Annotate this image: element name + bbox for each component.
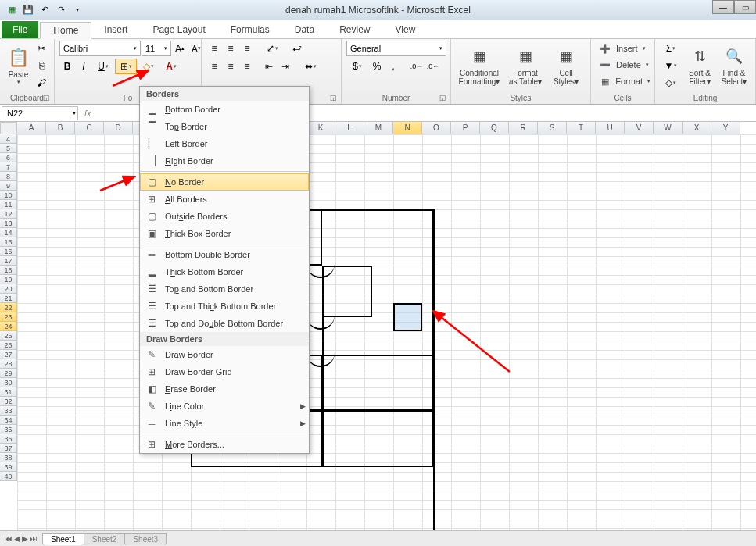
align-top-button[interactable]: ≡ (206, 41, 222, 56)
row-header-28[interactable]: 28 (0, 359, 17, 369)
tab-data[interactable]: Data (282, 21, 327, 38)
format-cells-button[interactable]: ▦Format▾ (596, 73, 654, 89)
row-header-15[interactable]: 15 (0, 237, 17, 247)
cut-button[interactable]: ✂ (34, 41, 49, 56)
row-header-19[interactable]: 19 (0, 275, 17, 284)
row-header-27[interactable]: 27 (0, 350, 17, 359)
clipboard-dialog-launcher[interactable]: ◲ (43, 94, 52, 103)
row-header-7[interactable]: 7 (0, 162, 17, 172)
menu-item-thick-bottom-border[interactable]: ▂Thick Bottom Border (140, 263, 309, 280)
row-header-33[interactable]: 33 (0, 406, 17, 416)
align-center-button[interactable]: ≡ (223, 59, 238, 74)
underline-button[interactable]: U▾ (92, 59, 114, 74)
row-header-21[interactable]: 21 (0, 294, 17, 303)
worksheet-grid[interactable]: ABCDEFGHIJKLMNOPQRSTUVWXY 45678910111213… (0, 122, 756, 530)
increase-decimal-button[interactable]: .0→ (409, 59, 425, 74)
tab-formulas[interactable]: Formulas (218, 21, 282, 38)
row-header-31[interactable]: 31 (0, 387, 17, 397)
borders-button[interactable]: ⊞▾ (115, 59, 137, 74)
row-header-35[interactable]: 35 (0, 425, 17, 434)
increase-indent-button[interactable]: ⇥ (278, 59, 293, 74)
menu-item-line-style[interactable]: ═Line Style▶ (140, 415, 309, 432)
row-header-4[interactable]: 4 (0, 134, 17, 144)
maximize-button[interactable]: ▭ (734, 0, 756, 14)
column-header-R[interactable]: R (509, 122, 538, 134)
menu-item-top-and-bottom-border[interactable]: ☰Top and Bottom Border (140, 280, 309, 298)
redo-icon[interactable]: ↷ (54, 3, 68, 17)
column-header-K[interactable]: K (306, 122, 335, 134)
menu-item-draw-border-grid[interactable]: ⊞Draw Border Grid (140, 363, 309, 380)
tab-page-layout[interactable]: Page Layout (140, 21, 217, 38)
column-header-M[interactable]: M (364, 122, 393, 134)
column-header-C[interactable]: C (75, 122, 104, 134)
sheet-tab-2[interactable]: Sheet2 (84, 533, 126, 545)
paste-button[interactable]: 📋 Paste ▾ (5, 41, 32, 89)
sheet-nav-first[interactable]: ⏮ (5, 534, 13, 543)
menu-item-draw-border[interactable]: ✎Draw Border (140, 346, 309, 363)
column-header-T[interactable]: T (567, 122, 596, 134)
row-header-9[interactable]: 9 (0, 181, 17, 191)
qat-customize-icon[interactable]: ▾ (70, 3, 84, 17)
find-select-button[interactable]: 🔍 Find & Select▾ (718, 41, 751, 89)
column-header-B[interactable]: B (46, 122, 75, 134)
align-left-button[interactable]: ≡ (206, 59, 222, 74)
name-box-dropdown-icon[interactable]: ▾ (73, 109, 76, 116)
menu-item-thick-box-border[interactable]: ▣Thick Box Border (140, 225, 309, 242)
tab-file[interactable]: File (2, 21, 38, 38)
alignment-dialog-launcher[interactable]: ◲ (330, 94, 339, 103)
name-box[interactable]: N22 ▾ (2, 106, 78, 120)
row-header-5[interactable]: 5 (0, 144, 17, 153)
bold-button[interactable]: B (59, 59, 75, 74)
menu-item-no-border[interactable]: ▢No Border (140, 173, 309, 191)
save-icon[interactable]: 💾 (21, 3, 35, 17)
cell-styles-button[interactable]: ▦ Cell Styles▾ (548, 41, 584, 89)
tab-review[interactable]: Review (327, 21, 382, 38)
row-header-20[interactable]: 20 (0, 284, 17, 294)
sheet-nav-next[interactable]: ▶ (22, 534, 28, 543)
decrease-indent-button[interactable]: ⇤ (261, 59, 277, 74)
select-all-corner[interactable] (0, 122, 17, 134)
column-header-Y[interactable]: Y (711, 122, 740, 134)
row-header-14[interactable]: 14 (0, 228, 17, 237)
menu-item-all-borders[interactable]: ⊞All Borders (140, 191, 309, 208)
row-header-40[interactable]: 40 (0, 472, 17, 481)
font-name-combo[interactable]: Calibri▾ (59, 41, 141, 56)
tab-home[interactable]: Home (40, 22, 91, 39)
fill-button[interactable]: ▼▾ (660, 58, 682, 73)
row-header-12[interactable]: 12 (0, 209, 17, 219)
menu-item-right-border[interactable]: ▕Right Border (140, 152, 309, 170)
copy-button[interactable]: ⎘ (34, 58, 49, 73)
accounting-format-button[interactable]: $▾ (346, 59, 368, 74)
italic-button[interactable]: I (76, 59, 91, 74)
merge-center-button[interactable]: ⬌▾ (299, 59, 321, 74)
sheet-tab-3[interactable]: Sheet3 (124, 533, 167, 545)
row-header-29[interactable]: 29 (0, 369, 17, 378)
row-header-32[interactable]: 32 (0, 397, 17, 406)
column-header-S[interactable]: S (538, 122, 567, 134)
tab-insert[interactable]: Insert (91, 21, 140, 38)
align-right-button[interactable]: ≡ (239, 59, 255, 74)
row-header-25[interactable]: 25 (0, 331, 17, 341)
menu-item-outside-borders[interactable]: ▢Outside Borders (140, 208, 309, 225)
autosum-button[interactable]: Σ▾ (660, 41, 682, 56)
column-header-O[interactable]: O (422, 122, 451, 134)
number-format-combo[interactable]: General▾ (346, 41, 446, 56)
sheet-nav-prev[interactable]: ◀ (14, 534, 20, 543)
row-header-10[interactable]: 10 (0, 191, 17, 200)
menu-item-line-color[interactable]: ✎Line Color▶ (140, 398, 309, 415)
menu-item-erase-border[interactable]: ◧Erase Border (140, 380, 309, 398)
align-middle-button[interactable]: ≡ (223, 41, 238, 56)
row-header-34[interactable]: 34 (0, 416, 17, 425)
menu-item-more-borders[interactable]: ⊞More Borders... (140, 436, 309, 453)
column-header-A[interactable]: A (17, 122, 46, 134)
align-bottom-button[interactable]: ≡ (239, 41, 255, 56)
column-header-Q[interactable]: Q (480, 122, 509, 134)
row-header-23[interactable]: 23 (0, 312, 17, 322)
fill-color-button[interactable]: ◇▾ (138, 59, 159, 74)
orientation-button[interactable]: ⤢▾ (261, 41, 283, 56)
fx-icon[interactable]: fx (84, 109, 91, 118)
number-dialog-launcher[interactable]: ◲ (439, 94, 449, 103)
conditional-formatting-button[interactable]: ▦ Conditional Formatting▾ (456, 41, 503, 89)
row-header-16[interactable]: 16 (0, 247, 17, 256)
menu-item-bottom-border[interactable]: ▁Bottom Border (140, 101, 309, 118)
